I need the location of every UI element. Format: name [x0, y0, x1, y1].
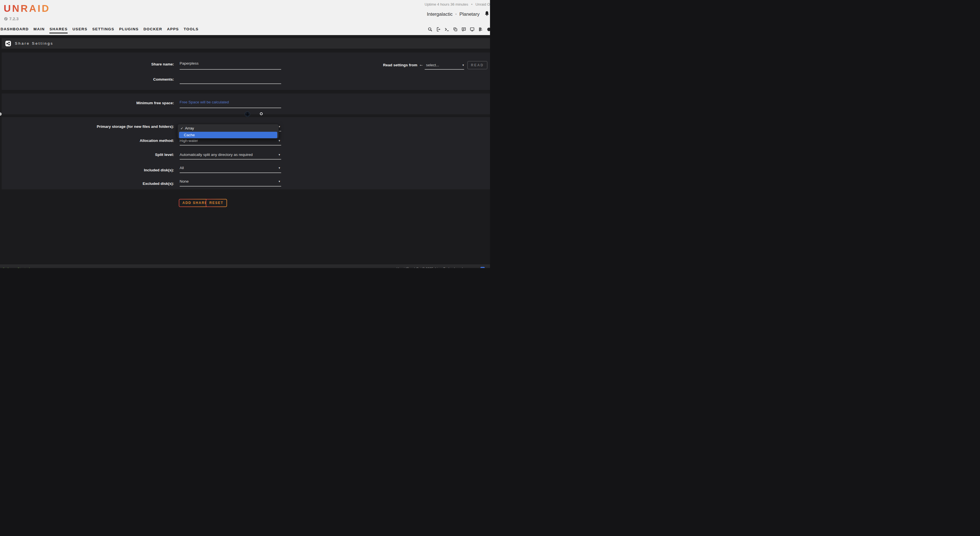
unraid-logo[interactable]: UNRAID [4, 3, 50, 14]
server-identity: Intergalactic • Planetary [427, 11, 490, 18]
input-underline [180, 108, 281, 108]
nav-item-docker[interactable]: DOCKER [143, 27, 162, 34]
read-button[interactable]: READ [467, 61, 487, 69]
row-min-free-space: Minimum free space: [0, 101, 283, 112]
included-disks-select[interactable]: All [180, 166, 278, 170]
bell-icon[interactable] [484, 11, 490, 18]
share-nodes-icon[interactable] [5, 41, 11, 46]
version-indicator[interactable]: 7.2.3 [4, 16, 19, 21]
separator-dot: • [471, 2, 473, 6]
chevron-down-icon: ▼ [278, 139, 281, 142]
reset-button[interactable]: RESET [206, 199, 227, 207]
allocation-method-label: Allocation method: [0, 139, 174, 143]
check-icon: ✓ [180, 126, 183, 130]
row-comments: Comments: [0, 77, 283, 88]
nav-item-tools[interactable]: TOOLS [183, 27, 199, 34]
unraid-share-settings-page: UNRAID 7.2.3 Uptime 4 hours 36 minutes •… [0, 0, 490, 268]
included-disks-label: Included disk(s): [0, 168, 174, 172]
copyright-text: Unraid® webGui © 2025, Lime Technology, … [396, 267, 467, 268]
server-name[interactable]: Intergalactic [427, 11, 453, 17]
excluded-disks-select[interactable]: None [180, 179, 278, 183]
row-share-name: Share name: [0, 62, 283, 73]
nav-item-settings[interactable]: SETTINGS [92, 27, 115, 34]
row-excluded-disks: Excluded disk(s): None ▼ [0, 182, 283, 193]
min-free-space-label: Minimum free space: [0, 101, 174, 105]
uptime-text: Uptime 4 hours 36 minutes [425, 2, 468, 6]
select-underline [180, 172, 281, 173]
min-free-space-input[interactable] [180, 100, 278, 104]
license-os: Unraid OS [476, 2, 490, 6]
dropdown-option-cache[interactable]: Cache [179, 132, 277, 138]
row-split-level: Split level: Automatically split any dir… [0, 153, 283, 164]
nav-item-users[interactable]: USERS [72, 27, 88, 34]
arrow-left-icon: ← [419, 62, 423, 67]
input-underline [180, 69, 281, 70]
chevron-down-icon: ▼ [278, 167, 281, 169]
select-underline [180, 145, 281, 145]
page-title: Share Settings [15, 41, 54, 46]
comments-label: Comments: [0, 77, 174, 81]
nav-item-main[interactable]: MAIN [33, 27, 45, 34]
chevron-down-icon: ▼ [278, 153, 281, 156]
split-level-label: Split level: [0, 153, 174, 157]
terminal-icon[interactable] [444, 27, 449, 32]
ring-cursor-indicator [260, 112, 262, 115]
chevron-down-icon: ▼ [278, 180, 281, 183]
dropdown-option-array[interactable]: ✓Array [178, 125, 279, 131]
search-icon[interactable] [428, 27, 433, 32]
select-underline [180, 186, 281, 187]
nav-item-shares[interactable]: SHARES [49, 27, 68, 34]
array-status[interactable]: Array Started [2, 267, 30, 268]
select-underline [425, 69, 464, 70]
primary-storage-dropdown-popup: ✓Array Cache [177, 124, 279, 139]
version-badge-icon [4, 17, 8, 21]
footer-link-chip[interactable] [480, 267, 485, 268]
server-description: Planetary [460, 11, 480, 17]
primary-storage-label: Primary storage (for new files and folde… [0, 124, 174, 129]
sign-out-icon[interactable] [436, 27, 441, 32]
toolbar-icons [428, 27, 490, 32]
page-title-bar: Share Settings [2, 38, 490, 49]
main-nav: DASHBOARD MAIN SHARES USERS SETTINGS PLU… [0, 27, 199, 34]
excluded-disks-label: Excluded disk(s): [0, 182, 174, 186]
uptime-line: Uptime 4 hours 36 minutes • Unraid OS St… [425, 2, 490, 6]
top-header: UNRAID 7.2.3 Uptime 4 hours 36 minutes •… [0, 0, 490, 35]
version-label: 7.2.3 [9, 16, 19, 21]
footer-bar: Array Started Unraid® webGui © 2025, Lim… [0, 264, 490, 268]
nav-item-dashboard[interactable]: DASHBOARD [0, 27, 29, 34]
split-level-select[interactable]: Automatically split any directory as req… [180, 153, 278, 157]
separator-dot: • [455, 12, 457, 16]
log-icon[interactable] [478, 27, 483, 32]
copy-icon[interactable] [453, 27, 458, 32]
row-allocation-method: Allocation method: High-water ▼ [0, 139, 283, 150]
share-name-input[interactable] [180, 61, 278, 65]
chevron-down-icon: ▼ [462, 64, 465, 67]
remote-monitor-icon[interactable] [470, 27, 474, 32]
select-underline [180, 159, 281, 160]
row-included-disks: Included disk(s): All ▼ [0, 168, 283, 179]
input-underline [180, 83, 281, 84]
status-orb-icon[interactable] [487, 27, 490, 32]
share-name-label: Share name: [0, 62, 174, 66]
nav-item-plugins[interactable]: PLUGINS [119, 27, 138, 34]
feedback-icon[interactable] [461, 27, 466, 32]
nav-item-apps[interactable]: APPS [167, 27, 179, 34]
status-dot-icon [2, 268, 5, 268]
crosshair-cursor-indicator [245, 112, 250, 117]
read-settings-select[interactable]: select... [426, 63, 439, 67]
allocation-method-select[interactable]: High-water [180, 139, 278, 143]
comments-input[interactable] [180, 77, 278, 81]
read-settings-label: Read settings from [359, 63, 417, 67]
